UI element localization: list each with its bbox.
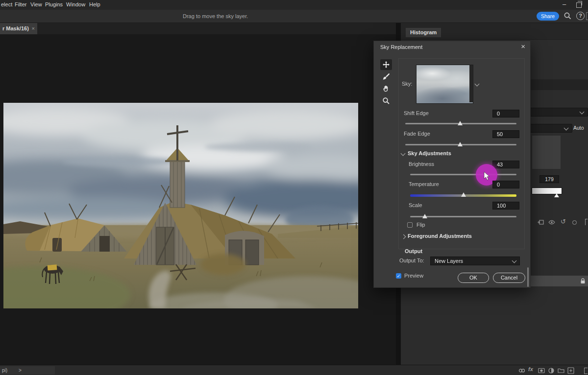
scale-label: Scale [409, 202, 422, 208]
restore-window-icon[interactable] [576, 2, 582, 8]
zoom-tool-button[interactable] [380, 95, 392, 106]
flip-checkbox[interactable] [407, 222, 413, 228]
tool-hint-text: Drag to move the sky layer. [183, 13, 248, 19]
new-layer-icon[interactable] [567, 367, 574, 374]
preview-checkbox[interactable]: ✓ [396, 273, 401, 279]
status-text: pi) [2, 368, 7, 373]
brightness-input[interactable]: 43 [492, 161, 519, 168]
preview-label: Preview [404, 273, 423, 279]
new-group-folder-icon[interactable] [558, 367, 564, 374]
cancel-button[interactable]: Cancel [493, 273, 525, 283]
bottom-bar: pi) > fx [0, 365, 588, 375]
document-tab-bar: r Mask/16) × [0, 23, 396, 34]
minimize-button[interactable]: – [563, 0, 566, 8]
output-to-label: Output To: [399, 258, 424, 263]
lock-icon[interactable] [580, 278, 586, 284]
clip-to-layer-icon[interactable] [537, 219, 544, 226]
output-to-value: New Layers [435, 258, 463, 264]
delete-icon-partial[interactable] [585, 219, 588, 225]
previous-state-eye-icon[interactable] [548, 219, 555, 226]
status-menu-chevron[interactable]: > [19, 368, 22, 373]
temperature-input[interactable]: 0 [492, 181, 519, 188]
menu-window[interactable]: Window [66, 1, 85, 7]
document-tab-label: r Mask/16) [2, 25, 29, 31]
adjustment-layer-icon[interactable] [548, 367, 555, 374]
dialog-content: Sky: Shift Edge 0 Fade Edge 50 Sky Adjus… [398, 58, 525, 249]
options-bar: Drag to move the sky layer. Share ? [0, 10, 588, 23]
layer-row[interactable] [531, 276, 588, 286]
help-icon[interactable]: ? [576, 12, 585, 20]
ok-button[interactable]: OK [458, 273, 489, 283]
canvas-photo[interactable] [3, 103, 358, 308]
output-dropdown-chevron-icon [512, 258, 517, 263]
panel-tab-bar: Histogram [401, 23, 588, 40]
sky-adjustments-header[interactable]: Sky Adjustments [408, 150, 451, 156]
move-icon [382, 61, 390, 69]
fade-edge-label: Fade Edge [404, 131, 430, 137]
sky-label: Sky: [402, 81, 412, 87]
auto-button[interactable]: Auto [573, 125, 584, 131]
temperature-slider-thumb[interactable] [461, 192, 466, 197]
panel-toggle-icon[interactable] [586, 12, 588, 20]
foreground-adjustments-chevron-icon[interactable] [401, 234, 406, 239]
cursor-pointer [484, 172, 490, 181]
output-header: Output [405, 248, 422, 254]
hand-icon [382, 85, 390, 93]
scale-input[interactable]: 100 [492, 202, 519, 210]
level-value-input[interactable]: 179 [539, 175, 559, 183]
levels-slider-handle[interactable] [554, 193, 559, 197]
shift-edge-label: Shift Edge [404, 110, 429, 116]
flip-label: Flip [416, 222, 425, 228]
menu-help[interactable]: Help [89, 1, 100, 7]
shift-edge-slider-thumb[interactable] [458, 121, 463, 125]
link-layers-icon[interactable] [518, 367, 525, 374]
tab-histogram[interactable]: Histogram [406, 28, 441, 37]
brush-icon [382, 73, 390, 81]
scale-slider-thumb[interactable] [422, 214, 427, 218]
share-button[interactable]: Share [537, 12, 559, 21]
zoom-icon [382, 97, 390, 105]
sky-adjustments-chevron-icon[interactable] [401, 151, 406, 156]
dialog-close-icon[interactable]: × [521, 43, 525, 50]
status-chip: pi) > [0, 366, 55, 375]
delete-layer-icon-partial[interactable] [584, 368, 588, 374]
brightness-label: Brightness [409, 161, 434, 167]
reset-icon[interactable]: ↺ [561, 218, 566, 225]
menu-view[interactable]: View [30, 1, 42, 7]
histogram-display [532, 136, 561, 169]
sky-dropdown-chevron-icon[interactable] [475, 82, 480, 87]
foreground-adjustments-header[interactable]: Foreground Adjustments [408, 233, 472, 239]
fade-edge-input[interactable]: 50 [492, 130, 519, 138]
document-tab[interactable]: r Mask/16) × [0, 23, 37, 34]
menu-bar: elect Filter View Plugins Window Help – [0, 0, 588, 10]
shift-edge-slider[interactable] [405, 123, 516, 124]
canvas-area[interactable]: r Mask/16) × [0, 23, 396, 365]
fade-edge-slider[interactable] [405, 144, 516, 145]
sky-preview-scrollbar[interactable] [469, 65, 473, 102]
scale-slider[interactable] [410, 216, 516, 217]
layer-mask-icon[interactable] [538, 367, 545, 374]
sky-preset-dropdown[interactable] [416, 65, 473, 104]
menu-filter[interactable]: Filter [15, 1, 26, 7]
sky-brush-tool-button[interactable] [380, 71, 392, 82]
temperature-slider[interactable] [410, 194, 516, 197]
tab-close-icon[interactable]: × [32, 23, 35, 34]
menu-select[interactable]: elect [1, 1, 12, 7]
photo-scene [3, 103, 358, 308]
photoshop-app: elect Filter View Plugins Window Help – … [0, 0, 588, 375]
shift-edge-input[interactable]: 0 [492, 110, 519, 117]
fade-edge-slider-thumb[interactable] [458, 142, 463, 146]
temperature-label: Temperature [409, 181, 439, 187]
search-icon[interactable] [564, 12, 572, 20]
hand-tool-button[interactable] [380, 83, 392, 94]
layer-style-fx-icon[interactable]: fx [528, 366, 533, 372]
sky-replacement-dialog: Sky Replacement × Sky: Shift Edge 0 [373, 41, 531, 288]
move-tool-button[interactable] [380, 59, 392, 70]
dialog-scrollbar[interactable] [527, 267, 529, 287]
menu-plugins[interactable]: Plugins [45, 1, 63, 7]
brightness-slider[interactable] [410, 174, 516, 175]
visibility-icon[interactable] [572, 220, 577, 225]
output-to-dropdown[interactable]: New Layers [430, 257, 520, 265]
dialog-title: Sky Replacement [380, 44, 422, 50]
